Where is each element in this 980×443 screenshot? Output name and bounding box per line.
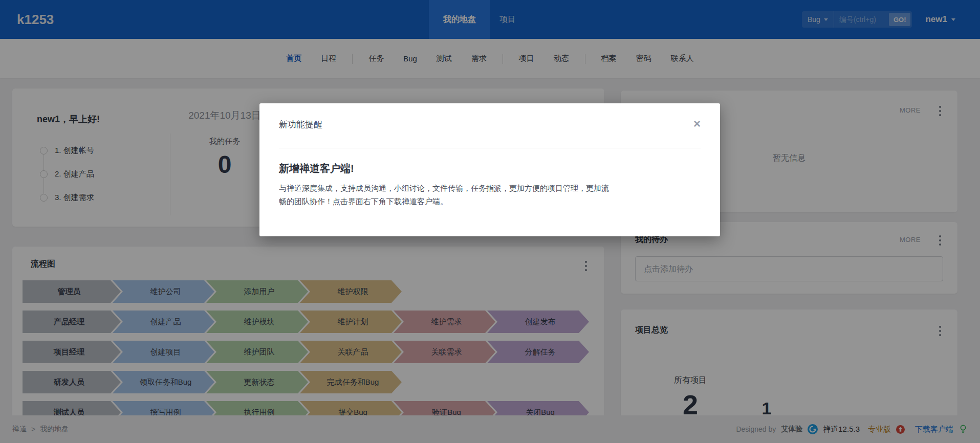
new-feature-modal: 新功能提醒 × 新增禅道客户端! 与禅道深度集成，支持成员沟通，小组讨论，文件传… xyxy=(259,103,720,236)
modal-heading: 新增禅道客户端! xyxy=(279,162,701,175)
modal-header: 新功能提醒 × xyxy=(279,103,701,130)
zentao-dashboard: k1253 我的地盘 项目 Bug GO! new1 首页 日程 任务 xyxy=(0,0,980,443)
modal-body-text: 与禅道深度集成，支持成员沟通，小组讨论，文件传输，任务指派，更加方便的项目管理，… xyxy=(279,182,613,209)
divider xyxy=(279,148,701,148)
modal-title: 新功能提醒 xyxy=(279,119,322,130)
close-icon[interactable]: × xyxy=(693,119,701,129)
